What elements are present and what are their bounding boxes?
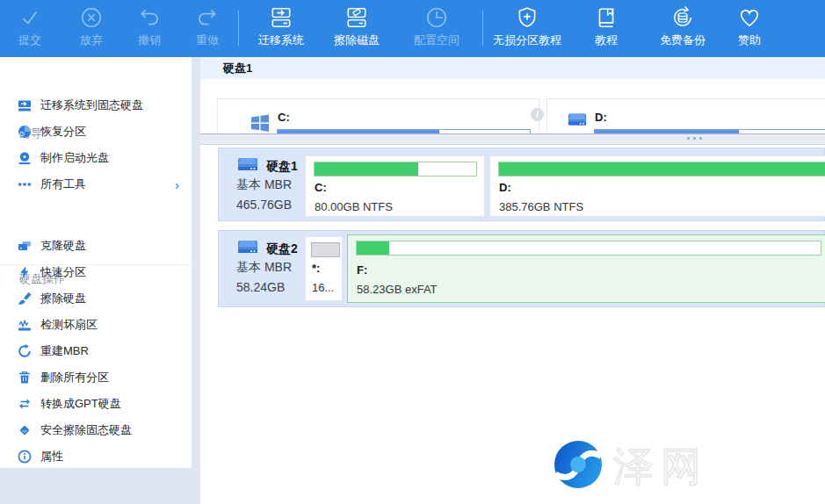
- commit-label: 提交: [18, 32, 41, 48]
- disk-row-1[interactable]: 硬盘1 基本 MBR 465.76GB C: 80.00GB NTFS D: 3…: [218, 148, 825, 221]
- main-toolbar: 提交 放弃 撤销 重做 迁移系统 擦除磁盘 配置空间: [0, 0, 825, 57]
- disk-preview-strip: C: D:: [200, 79, 825, 133]
- sidebar-item-rebuild-mbr[interactable]: 重建MBR: [0, 338, 192, 364]
- toolbar-divider: [238, 11, 239, 46]
- partition-usage-bar: [311, 242, 340, 257]
- hard-disk-icon: [236, 156, 259, 174]
- watermark: 泽网: [550, 436, 778, 498]
- secure-erase-ssd-icon: [18, 423, 32, 437]
- migrate-os-label: 迁移系统: [258, 32, 304, 48]
- sidebar-item-properties[interactable]: 属性: [0, 443, 192, 470]
- windows-logo-icon: [250, 113, 270, 133]
- all-tools-icon: [18, 177, 32, 191]
- partition-usage-bar: [314, 162, 477, 176]
- sidebar-item-recover-partition[interactable]: 恢复分区: [0, 119, 192, 145]
- hard-disk-icon: [567, 112, 588, 129]
- preview-drive-d[interactable]: D:: [546, 98, 825, 133]
- sidebar-item-erase-disk[interactable]: 擦除硬盘: [0, 285, 192, 312]
- preview-drive-letter: D:: [595, 111, 607, 124]
- sidebar-item-label: 快速分区: [40, 264, 86, 280]
- shield-plus-icon: [515, 5, 539, 30]
- commit-button[interactable]: 提交: [18, 5, 42, 48]
- partition-detail: 58.23GB exFAT: [357, 283, 438, 296]
- donate-button[interactable]: 赞助: [737, 5, 762, 48]
- partition-letter: F:: [357, 263, 367, 277]
- allocate-space-button[interactable]: 配置空间: [414, 5, 460, 48]
- migrate-os-disk-icon: [269, 5, 293, 30]
- sidebar-item-label: 属性: [40, 449, 63, 464]
- donate-heart-icon: [737, 5, 762, 30]
- sidebar-item-all-tools[interactable]: 所有工具 ›: [0, 171, 192, 198]
- partition-usage-bar: [498, 162, 825, 176]
- partition-manager-window: 提交 放弃 撤销 重做 迁移系统 擦除磁盘 配置空间: [0, 0, 825, 504]
- undo-label: 撤销: [138, 32, 161, 48]
- free-backup-label: 免费备份: [660, 32, 706, 48]
- discard-circle-x-icon: [79, 5, 104, 30]
- undo-button[interactable]: 撤销: [137, 5, 162, 48]
- erase-disk-brush-icon: [18, 292, 32, 306]
- sidebar-item-bootable-media[interactable]: 制作启动光盘: [0, 145, 192, 171]
- bad-sector-wave-icon: [18, 318, 32, 332]
- sidebar-item-convert-gpt[interactable]: 转换成GPT硬盘: [0, 391, 192, 417]
- partition-unallocated[interactable]: *: 16...: [305, 236, 343, 301]
- partition-letter: D:: [499, 181, 511, 194]
- redo-label: 重做: [196, 32, 219, 48]
- partition-letter: *:: [312, 262, 320, 275]
- wipe-disk-label: 擦除磁盘: [334, 32, 380, 48]
- sidebar-item-label: 转换成GPT硬盘: [40, 396, 121, 412]
- sidebar-item-label: 所有工具: [40, 176, 86, 192]
- discard-button[interactable]: 放弃: [79, 5, 104, 48]
- sidebar-item-label: 迁移系统到固态硬盘: [40, 97, 143, 113]
- sidebar-item-delete-all-partitions[interactable]: 删除所有分区: [0, 364, 192, 391]
- tab-disk1[interactable]: 硬盘1: [223, 61, 252, 76]
- migrate-to-ssd-icon: [18, 98, 32, 112]
- info-icon[interactable]: [531, 108, 544, 121]
- drag-dots-icon: [687, 137, 706, 140]
- partition-tutorial-label: 无损分区教程: [493, 32, 561, 48]
- sidebar-item-migrate-to-ssd[interactable]: 迁移系统到固态硬盘: [0, 92, 192, 119]
- sidebar-item-secure-erase-ssd[interactable]: 安全擦除固态硬盘: [0, 417, 192, 443]
- sidebar-item-clone-disk[interactable]: 克隆硬盘: [0, 233, 192, 259]
- undo-icon: [137, 5, 162, 30]
- hard-disk-icon: [236, 239, 259, 256]
- disk-tabstrip: 硬盘1: [200, 57, 825, 79]
- partition-usage-bar: [356, 241, 821, 256]
- sidebar-item-check-bad-sectors[interactable]: 检测坏扇区: [0, 312, 192, 338]
- delete-partitions-trash-icon: [18, 371, 32, 385]
- main-panel: 硬盘1 C: D: 硬盘1 基本 MBR 465.76GB: [200, 57, 825, 504]
- sidebar-item-quick-partition[interactable]: 快速分区: [0, 259, 192, 285]
- partition-letter: C:: [315, 181, 327, 194]
- sidebar: 向导 迁移系统到固态硬盘 恢复分区 制作启动光盘 所有工具 › 硬盘操作 克隆硬…: [0, 57, 192, 468]
- partition-tutorial-button[interactable]: 无损分区教程: [493, 5, 561, 48]
- tutorial-button[interactable]: 教程: [594, 5, 619, 48]
- disk-size: 465.76GB: [236, 198, 292, 212]
- partition-f-selected[interactable]: F: 58.23GB exFAT: [347, 234, 825, 303]
- watermark-text: 泽网: [613, 440, 708, 494]
- rebuild-mbr-refresh-icon: [18, 344, 32, 358]
- partition-d[interactable]: D: 385.76GB NTFS: [489, 155, 825, 217]
- disk-layout: 基本 MBR: [236, 260, 292, 276]
- donate-label: 赞助: [738, 32, 761, 48]
- wipe-disk-button[interactable]: 擦除磁盘: [334, 5, 380, 48]
- splitter-handle[interactable]: [200, 133, 825, 145]
- zewang-logo-icon: [550, 436, 606, 493]
- partition-c[interactable]: C: 80.00GB NTFS: [305, 155, 485, 217]
- recover-partition-icon: [18, 125, 32, 139]
- redo-button[interactable]: 重做: [195, 5, 220, 48]
- chevron-right-icon: ›: [175, 177, 179, 192]
- sidebar-item-label: 恢复分区: [40, 124, 86, 140]
- preview-drive-c[interactable]: C:: [217, 98, 539, 133]
- sidebar-item-label: 克隆硬盘: [40, 238, 86, 254]
- redo-icon: [195, 5, 220, 30]
- disk-name: 硬盘2: [266, 241, 298, 257]
- disk-row-2[interactable]: 硬盘2 基本 MBR 58.24GB *: 16... F: 58.23GB e…: [218, 230, 825, 307]
- partition-detail: 16...: [312, 281, 334, 294]
- migrate-os-button[interactable]: 迁移系统: [258, 5, 304, 48]
- partition-detail: 80.00GB NTFS: [315, 200, 393, 213]
- sidebar-item-label: 删除所有分区: [40, 370, 109, 385]
- free-backup-button[interactable]: 免费备份: [660, 5, 706, 48]
- preview-drive-letter: C:: [278, 111, 290, 124]
- backup-database-icon: [670, 5, 695, 30]
- convert-gpt-arrows-icon: [18, 397, 32, 411]
- allocate-space-label: 配置空间: [414, 32, 460, 48]
